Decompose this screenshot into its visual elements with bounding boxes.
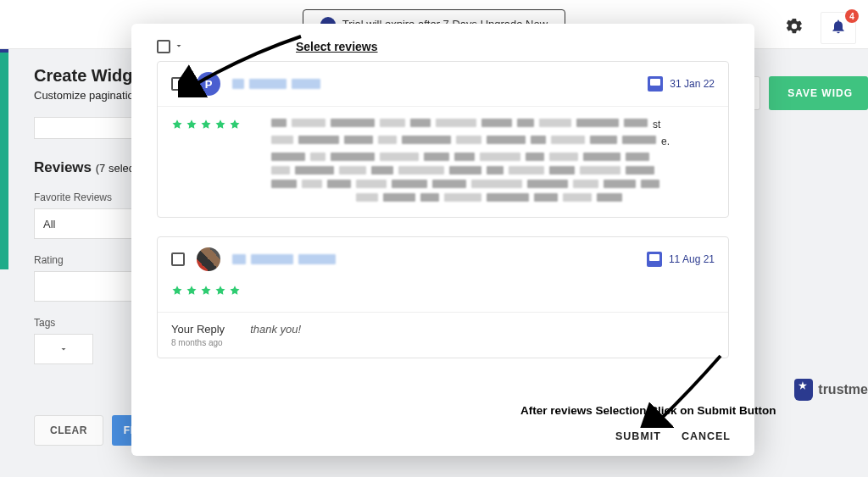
review-checkbox[interactable] xyxy=(171,77,185,91)
star-rating xyxy=(171,285,241,297)
review-text-blurred: st e. xyxy=(271,119,706,202)
review-checkbox[interactable] xyxy=(171,252,185,266)
review-date: 31 Jan 22 xyxy=(648,76,715,92)
avatar: P xyxy=(197,72,220,96)
review-card: P 31 Jan 22 st e. xyxy=(157,61,729,218)
reviewer-name-blurred xyxy=(232,254,336,264)
select-reviews-modal: Select reviews P 31 Jan 22 st xyxy=(131,24,754,456)
reviewer-name-blurred xyxy=(232,79,320,89)
modal-title: Select reviews xyxy=(296,40,378,53)
source-icon xyxy=(647,252,662,267)
avatar xyxy=(197,247,220,271)
reply-text: thank you! xyxy=(250,323,301,336)
reply-timestamp: 8 months ago xyxy=(171,338,225,347)
reply-block: Your Reply 8 months ago thank you! xyxy=(158,312,728,358)
cancel-button[interactable]: CANCEL xyxy=(682,430,731,442)
review-card: 11 Aug 21 Your Reply 8 months ago thank … xyxy=(157,236,729,358)
select-all-checkbox[interactable] xyxy=(157,40,170,53)
star-rating xyxy=(171,119,241,202)
chevron-down-icon[interactable] xyxy=(174,39,184,54)
review-date: 11 Aug 21 xyxy=(647,252,715,267)
submit-button[interactable]: SUBMIT xyxy=(615,430,661,442)
reply-label: Your Reply xyxy=(171,323,225,336)
source-icon xyxy=(648,76,663,92)
